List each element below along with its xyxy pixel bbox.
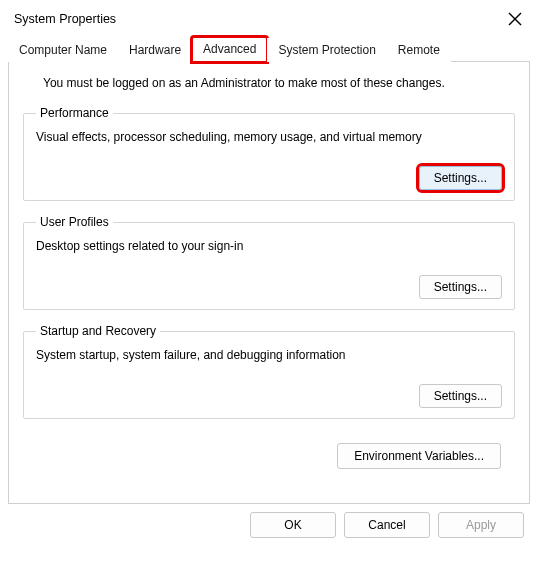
group-user-profiles-desc: Desktop settings related to your sign-in bbox=[36, 239, 502, 253]
ok-button[interactable]: OK bbox=[250, 512, 336, 538]
tab-system-protection[interactable]: System Protection bbox=[267, 38, 386, 62]
tab-hardware[interactable]: Hardware bbox=[118, 38, 192, 62]
window-title: System Properties bbox=[14, 12, 116, 26]
group-user-profiles: User Profiles Desktop settings related t… bbox=[23, 215, 515, 310]
group-user-profiles-legend: User Profiles bbox=[36, 215, 113, 229]
user-profiles-settings-button[interactable]: Settings... bbox=[419, 275, 502, 299]
tab-panel-advanced: You must be logged on as an Administrato… bbox=[8, 62, 530, 504]
environment-variables-button[interactable]: Environment Variables... bbox=[337, 443, 501, 469]
performance-settings-button[interactable]: Settings... bbox=[419, 166, 502, 190]
tab-computer-name[interactable]: Computer Name bbox=[8, 38, 118, 62]
tab-advanced[interactable]: Advanced bbox=[192, 37, 267, 62]
group-startup-recovery-legend: Startup and Recovery bbox=[36, 324, 160, 338]
tab-strip: Computer Name Hardware Advanced System P… bbox=[8, 36, 530, 62]
tab-remote[interactable]: Remote bbox=[387, 38, 451, 62]
cancel-button[interactable]: Cancel bbox=[344, 512, 430, 538]
apply-button[interactable]: Apply bbox=[438, 512, 524, 538]
titlebar: System Properties bbox=[0, 0, 538, 36]
group-performance-legend: Performance bbox=[36, 106, 113, 120]
group-performance: Performance Visual effects, processor sc… bbox=[23, 106, 515, 201]
group-startup-recovery-desc: System startup, system failure, and debu… bbox=[36, 348, 502, 362]
group-startup-recovery: Startup and Recovery System startup, sys… bbox=[23, 324, 515, 419]
group-performance-desc: Visual effects, processor scheduling, me… bbox=[36, 130, 502, 144]
dialog-footer: OK Cancel Apply bbox=[0, 504, 538, 538]
close-icon[interactable] bbox=[506, 10, 524, 28]
admin-notice: You must be logged on as an Administrato… bbox=[23, 76, 515, 100]
startup-recovery-settings-button[interactable]: Settings... bbox=[419, 384, 502, 408]
